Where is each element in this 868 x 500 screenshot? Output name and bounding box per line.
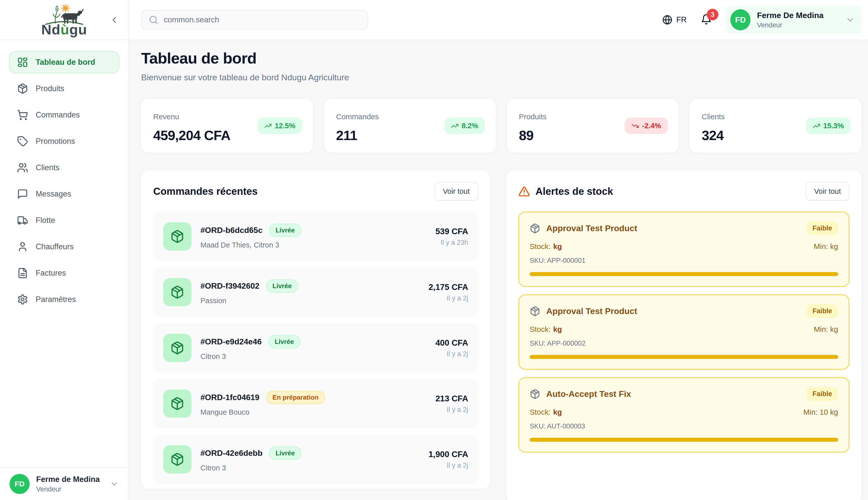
order-amount: 1,900 CFA <box>429 450 468 459</box>
order-info: #ORD-f3942602 Livrée Passion <box>200 280 298 305</box>
order-id: #ORD-1fc04619 <box>200 393 259 402</box>
topbar-right: FR 3 FD Ferme De Medina Vendeur <box>662 6 861 34</box>
nav-item-label: Clients <box>36 163 59 172</box>
order-status-badge: Livrée <box>269 224 301 237</box>
nav-item-label: Messages <box>36 190 71 198</box>
language-switcher[interactable]: FR <box>662 15 687 25</box>
order-package-tile <box>163 334 191 362</box>
alert-stock-bar <box>530 438 838 442</box>
sidebar-nav-item[interactable]: Flotte <box>9 209 119 231</box>
sidebar-nav-item[interactable]: Paramètres <box>9 288 119 310</box>
nav-item-icon <box>17 241 28 252</box>
order-right: 539 CFA Il y a 23h <box>435 227 468 247</box>
nav-item-icon <box>17 57 28 68</box>
order-row[interactable]: #ORD-e9d24e46 Livrée Citron 3 400 CFA Il… <box>153 323 478 372</box>
recent-orders-panel: Commandes récentes Voir tout #ORD-b6dcd6… <box>141 170 490 489</box>
stock-alert-card[interactable]: Auto-Accept Test Fix Faible Stock: kg Mi… <box>519 377 849 453</box>
search-box[interactable] <box>141 10 368 30</box>
stat-card: Commandes 211 8.2% <box>324 99 496 152</box>
alert-stock-label: Stock: <box>530 325 550 333</box>
chevron-down-icon[interactable] <box>110 479 119 488</box>
sidebar-user-card[interactable]: FD Ferme de Medina Vendeur <box>0 467 128 500</box>
sidebar-nav-item[interactable]: Promotions <box>9 130 119 152</box>
sidebar-user-name: Ferme de Medina <box>36 475 110 484</box>
order-time: Il y a 2j <box>429 294 468 302</box>
alert-stock-label: Stock: <box>530 242 550 251</box>
sidebar-nav-item[interactable]: Produits <box>9 78 119 100</box>
order-row[interactable]: #ORD-f3942602 Livrée Passion 2,175 CFA I… <box>153 268 478 317</box>
order-time: Il y a 2j <box>429 462 468 469</box>
stock-alerts-title-text: Alertes de stock <box>535 186 613 197</box>
nav-item-label: Produits <box>36 84 64 93</box>
search-input[interactable] <box>164 15 361 24</box>
alerts-view-all-button[interactable]: Voir tout <box>806 182 849 201</box>
sidebar-nav: Tableau de bord Produits Commandes Promo… <box>0 40 128 310</box>
order-id: #ORD-b6dcd65c <box>200 226 263 235</box>
orders-view-all-button[interactable]: Voir tout <box>434 182 478 201</box>
sidebar-header: Ndùgu <box>0 0 128 40</box>
order-info: #ORD-1fc04619 En préparation Mangue Bouc… <box>200 391 325 417</box>
package-icon <box>530 389 540 399</box>
stock-alert-card[interactable]: Approval Test Product Faible Stock: kg M… <box>519 212 849 287</box>
avatar: FD <box>730 9 750 30</box>
notifications-button[interactable]: 3 <box>701 14 712 26</box>
order-right: 1,900 CFA Il y a 2j <box>429 450 468 469</box>
order-package-tile <box>163 278 191 306</box>
stock-alert-card[interactable]: Approval Test Product Faible Stock: kg M… <box>519 294 849 370</box>
alert-sku: SKU: AUT-000003 <box>530 422 838 430</box>
sidebar-collapse-button[interactable] <box>107 13 121 27</box>
page-title: Tableau de bord <box>141 49 861 67</box>
sidebar-nav-item[interactable]: Messages <box>9 183 119 205</box>
order-customer: Passion <box>200 297 298 305</box>
order-right: 2,175 CFA Il y a 2j <box>429 282 468 302</box>
trend-icon <box>631 122 639 129</box>
order-status-badge: Livrée <box>268 335 301 349</box>
alert-sku: SKU: APP-000002 <box>530 340 838 348</box>
nav-item-label: Paramètres <box>36 295 76 304</box>
stock-alerts-header: Alertes de stock Voir tout <box>519 182 849 201</box>
order-customer: Maad De Thies, Citron 3 <box>200 241 301 249</box>
alert-level-badge: Faible <box>806 387 838 401</box>
logo-wordmark: Ndùgu <box>41 23 87 37</box>
main-content: Tableau de bord Bienvenue sur votre tabl… <box>129 40 868 500</box>
sidebar-nav-item[interactable]: Tableau de bord <box>9 51 119 73</box>
sidebar-nav-item[interactable]: Factures <box>9 262 119 284</box>
order-status-badge: En préparation <box>266 391 325 404</box>
stock-alerts-title: Alertes de stock <box>519 186 613 197</box>
order-info: #ORD-b6dcd65c Livrée Maad De Thies, Citr… <box>200 224 301 249</box>
alert-sku: SKU: APP-000001 <box>530 257 838 264</box>
order-time: Il y a 23h <box>435 239 468 247</box>
stat-change-value: -2.4% <box>642 122 661 130</box>
order-package-tile <box>163 389 191 418</box>
sidebar-nav-item[interactable]: Clients <box>9 157 119 179</box>
order-list: #ORD-b6dcd65c Livrée Maad De Thies, Citr… <box>153 212 478 484</box>
stat-change-value: 15.3% <box>823 122 844 130</box>
order-id: #ORD-f3942602 <box>200 281 259 291</box>
globe-icon <box>662 15 672 25</box>
user-menu-role: Vendeur <box>757 21 824 29</box>
alert-product-name: Approval Test Product <box>546 306 637 316</box>
alert-product-name: Approval Test Product <box>546 224 637 233</box>
nav-item-label: Flotte <box>36 216 55 225</box>
order-customer: Mangue Bouco <box>200 408 325 417</box>
nav-item-icon <box>17 189 28 200</box>
user-menu[interactable]: FD Ferme De Medina Vendeur <box>726 6 861 34</box>
stat-card: Revenu 459,204 CFA 12.5% <box>141 99 313 152</box>
alert-min-value: Min: kg <box>814 242 838 251</box>
order-row[interactable]: #ORD-42e6debb Livrée Citron 3 1,900 CFA … <box>153 435 478 484</box>
sidebar-nav-item[interactable]: Commandes <box>9 104 119 126</box>
order-row[interactable]: #ORD-b6dcd65c Livrée Maad De Thies, Citr… <box>153 212 478 261</box>
stat-change-badge: -2.4% <box>625 118 668 134</box>
avatar: FD <box>10 474 30 494</box>
order-row[interactable]: #ORD-1fc04619 En préparation Mangue Bouc… <box>153 379 478 428</box>
alert-stock-label: Stock: <box>530 408 550 417</box>
sidebar: Ndùgu Tableau de bord Produits Commandes… <box>0 0 129 500</box>
language-label: FR <box>676 15 687 24</box>
sidebar-nav-item[interactable]: Chauffeurs <box>9 236 119 258</box>
chevron-left-icon <box>109 15 119 25</box>
order-time: Il y a 2j <box>435 350 468 358</box>
order-amount: 2,175 CFA <box>429 282 468 292</box>
package-icon <box>530 306 540 317</box>
order-status-badge: Livrée <box>266 280 298 293</box>
package-icon <box>530 223 540 234</box>
